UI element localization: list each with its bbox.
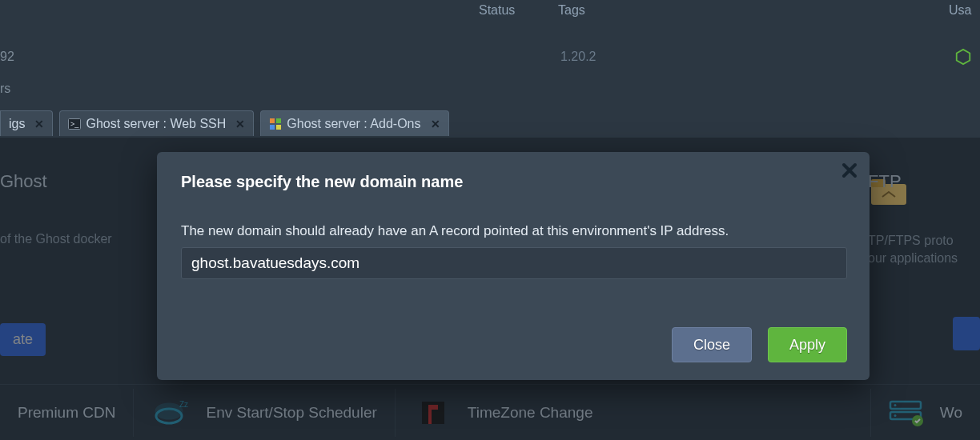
row-version: 1.20.2 (560, 50, 596, 64)
close-icon[interactable] (841, 162, 858, 182)
modal-description: The new domain should already have an A … (181, 223, 845, 239)
close-icon[interactable]: ✕ (235, 118, 245, 130)
row-fragment-ers: rs (0, 82, 10, 96)
tab-addons[interactable]: Ghost server : Add-Ons ✕ (260, 110, 448, 136)
close-icon[interactable]: ✕ (34, 118, 44, 130)
domain-input[interactable] (181, 247, 847, 279)
tab-label: igs (9, 117, 25, 131)
svg-rect-6 (276, 125, 281, 130)
column-header-tags: Tags (558, 3, 585, 18)
svg-rect-4 (276, 118, 281, 123)
column-header-usage: Usa (949, 3, 971, 18)
tab-label: Ghost server : Web SSH (86, 117, 226, 131)
modal-title: Please specify the new domain name (181, 173, 845, 191)
apply-button[interactable]: Apply (768, 327, 847, 362)
usage-indicator-icon (954, 48, 972, 66)
close-icon[interactable]: ✕ (431, 118, 440, 130)
row-id-fragment: 92 (0, 50, 14, 64)
tab-web-ssh[interactable]: >_ Ghost server : Web SSH ✕ (59, 110, 254, 136)
tab-igs[interactable]: igs ✕ (0, 110, 53, 136)
close-button[interactable]: Close (672, 327, 752, 362)
svg-rect-3 (270, 118, 275, 123)
tab-label: Ghost server : Add-Ons (287, 117, 420, 131)
tab-bar: igs ✕ >_ Ghost server : Web SSH ✕ Ghost … (0, 110, 456, 136)
svg-text:>_: >_ (70, 120, 79, 128)
domain-modal: Please specify the new domain name The n… (157, 152, 870, 380)
svg-rect-5 (270, 125, 275, 130)
svg-marker-0 (957, 50, 970, 64)
column-header-status: Status (479, 3, 515, 18)
puzzle-icon (269, 118, 282, 130)
terminal-icon: >_ (68, 118, 81, 130)
